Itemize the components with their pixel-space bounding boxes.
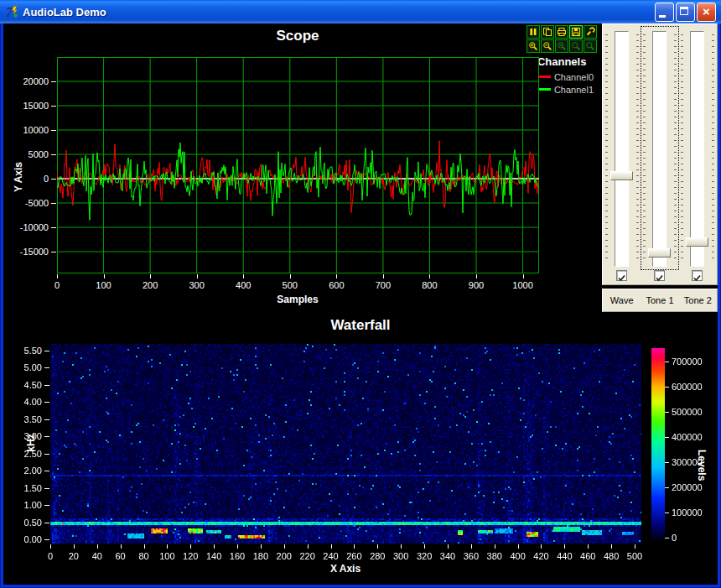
minimize-icon <box>659 15 666 18</box>
tone-2-slider-ticks <box>681 34 683 263</box>
minimize-button[interactable] <box>655 3 674 22</box>
zoom-y-button[interactable] <box>584 39 597 53</box>
waterfall-x-tick <box>635 544 635 549</box>
tone-2-checkbox[interactable] <box>692 270 703 281</box>
print-button[interactable] <box>555 25 568 39</box>
tone-1-slider-thumb[interactable] <box>648 248 671 258</box>
colorbar-tick <box>665 538 669 539</box>
pause-icon <box>528 27 538 37</box>
scope-x-axis-label: Samples <box>3 294 592 305</box>
svg-text:7: 7 <box>6 5 13 19</box>
colorbar-tick-label: 600000 <box>672 382 718 392</box>
waterfall-x-tick <box>167 544 168 549</box>
waterfall-y-tick-label: 5.50 <box>8 346 42 356</box>
audiolab-app-icon: 7 <box>5 5 19 19</box>
waterfall-x-tick <box>97 544 98 549</box>
scope-y-tick <box>51 227 56 228</box>
mixer-panel <box>602 23 718 285</box>
titlebar[interactable]: 7 AudioLab Demo × <box>0 0 721 23</box>
colorbar-tick-label: 700000 <box>672 356 718 367</box>
scope-toolbar-row <box>526 39 599 53</box>
scope-x-tick-label: 700 <box>366 280 400 290</box>
waterfall-x-tick <box>331 544 332 549</box>
legend-item: Channel1 <box>537 83 594 96</box>
scope-x-tick-label: 300 <box>180 280 214 290</box>
colorbar-tick <box>665 513 669 513</box>
waterfall-panel: Waterfall kHz X Axis Levels 5.505.004.50… <box>3 315 718 585</box>
colorbar-gradient <box>651 348 665 541</box>
scope-y-tick <box>51 106 56 107</box>
waterfall-y-tick <box>44 385 49 386</box>
zoom-in-button[interactable] <box>526 39 540 53</box>
close-button[interactable]: × <box>697 3 716 22</box>
waterfall-x-tick <box>74 544 75 549</box>
zoom-x-button[interactable] <box>569 39 583 53</box>
scope-toolbar <box>526 25 599 54</box>
waterfall-y-tick <box>44 436 49 437</box>
scope-plot[interactable] <box>57 57 539 273</box>
colorbar-tick <box>665 412 669 413</box>
scope-x-tick-label: 900 <box>459 280 493 290</box>
setup-icon <box>585 27 595 37</box>
scope-x-tick-label: 1000 <box>506 280 540 290</box>
scope-y-tick <box>51 203 56 204</box>
scope-y-tick-label: -15000 <box>10 247 49 257</box>
zoom-out-button[interactable] <box>541 39 554 53</box>
colorbar-tick-label: 200000 <box>672 482 718 492</box>
zoom-cancel-button[interactable] <box>555 39 568 53</box>
save-button[interactable] <box>569 25 583 39</box>
waterfall-x-tick <box>354 544 355 549</box>
scope-x-tick <box>336 274 337 278</box>
waterfall-y-tick <box>44 505 49 506</box>
waterfall-y-tick-label: 2.00 <box>8 466 42 476</box>
scope-toolbar-row <box>526 25 599 39</box>
scope-y-tick <box>51 130 56 131</box>
tone-2-slider-track[interactable] <box>690 31 704 267</box>
tone-1-checkbox[interactable] <box>654 270 665 281</box>
pause-button[interactable] <box>526 25 540 39</box>
window-title: AudioLab Demo <box>23 6 655 18</box>
check-icon <box>617 273 626 283</box>
check-icon <box>655 273 664 283</box>
scope-y-tick-label: 5000 <box>10 149 49 159</box>
colorbar-tick <box>665 487 669 488</box>
scope-x-tick <box>383 274 384 278</box>
scope-y-tick <box>51 81 56 82</box>
waterfall-y-tick-label: 1.00 <box>8 500 42 510</box>
tone-2-slider-thumb[interactable] <box>686 237 708 247</box>
waterfall-x-tick <box>190 544 191 549</box>
colorbar-tick-label: 0 <box>672 533 718 543</box>
copy-button[interactable] <box>541 25 554 39</box>
waterfall-x-tick-label: 500 <box>620 551 650 561</box>
colorbar-tick <box>665 362 669 362</box>
waterfall-y-tick <box>44 523 49 523</box>
wave-slider-track[interactable] <box>615 31 629 267</box>
waterfall-x-tick <box>144 544 145 549</box>
scope-x-tick <box>57 274 58 278</box>
legend-item: Channel0 <box>537 70 594 83</box>
scope-x-tick <box>243 274 244 278</box>
waterfall-x-tick <box>424 544 425 549</box>
scope-x-tick-label: 0 <box>40 280 74 290</box>
waterfall-y-tick <box>44 454 49 455</box>
scope-x-tick-label: 500 <box>273 280 307 290</box>
waterfall-y-tick-label: 3.50 <box>8 414 42 424</box>
wave-slider-ticks <box>605 34 608 263</box>
wave-checkbox[interactable] <box>616 270 627 281</box>
scope-x-tick-label: 800 <box>412 280 446 290</box>
scope-y-tick <box>51 252 56 252</box>
waterfall-x-tick <box>50 544 51 549</box>
check-icon <box>692 273 702 283</box>
colorbar-tick <box>665 387 669 388</box>
waterfall-x-tick <box>564 544 565 549</box>
tone-1-slider-group <box>641 24 678 284</box>
waterfall-y-tick <box>44 402 49 403</box>
tone-1-slider-track[interactable] <box>652 31 667 267</box>
setup-button[interactable] <box>584 25 597 39</box>
maximize-button[interactable] <box>676 3 695 22</box>
scope-y-tick-label: 20000 <box>10 76 49 86</box>
wave-slider-thumb[interactable] <box>610 171 633 180</box>
scope-x-tick-label: 600 <box>319 280 353 290</box>
channel0-swatch <box>537 75 551 78</box>
waterfall-plot[interactable] <box>50 344 641 544</box>
